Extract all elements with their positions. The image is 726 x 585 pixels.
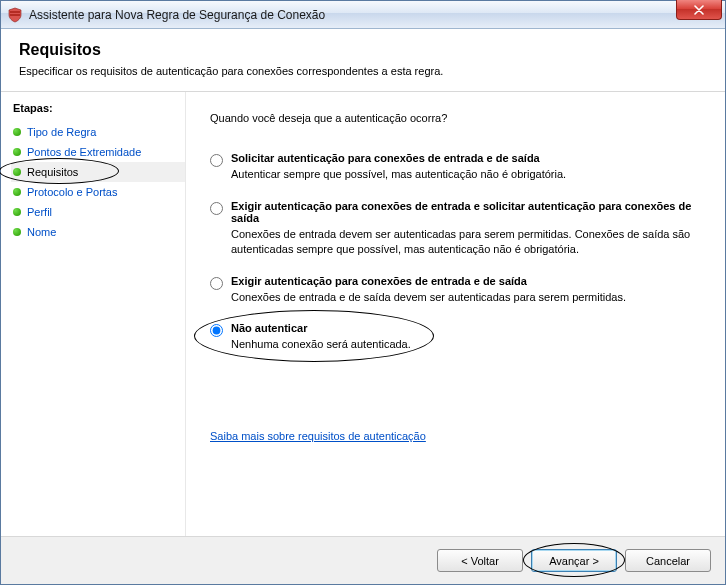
option-no-auth[interactable]: Não autenticar Nenhuma conexão será aute… [210,322,701,352]
option-desc: Conexões de entrada devem ser autenticad… [231,227,701,257]
step-bullet-icon [13,168,21,176]
page-subtitle: Especificar os requisitos de autenticaçã… [19,65,707,77]
step-perfil[interactable]: Perfil [11,202,185,222]
option-desc: Conexões de entrada e de saída devem ser… [231,290,701,305]
option-title: Solicitar autenticação para conexões de … [231,152,701,164]
option-body: Não autenticar Nenhuma conexão será aute… [231,322,701,352]
svg-rect-0 [10,11,20,13]
steps-label: Etapas: [13,102,185,114]
step-bullet-icon [13,148,21,156]
option-body: Exigir autenticação para conexões de ent… [231,275,701,305]
step-bullet-icon [13,188,21,196]
step-label: Tipo de Regra [27,126,96,138]
content-pane: Quando você deseja que a autenticação oc… [186,92,725,536]
step-label: Perfil [27,206,52,218]
wizard-body: Etapas: Tipo de Regra Pontos de Extremid… [1,92,725,536]
option-require-in-request-out[interactable]: Exigir autenticação para conexões de ent… [210,200,701,257]
question-text: Quando você deseja que a autenticação oc… [210,112,701,124]
close-button[interactable] [676,0,722,20]
page-heading: Requisitos [19,41,707,59]
option-require-both[interactable]: Exigir autenticação para conexões de ent… [210,275,701,305]
step-requisitos[interactable]: Requisitos [11,162,185,182]
option-body: Exigir autenticação para conexões de ent… [231,200,701,257]
step-label: Nome [27,226,56,238]
radio-require-in-request-out[interactable] [210,202,223,215]
titlebar: Assistente para Nova Regra de Segurança … [1,1,725,29]
wizard-header: Requisitos Especificar os requisitos de … [1,29,725,92]
option-title: Exigir autenticação para conexões de ent… [231,200,701,224]
radio-require-both[interactable] [210,277,223,290]
step-bullet-icon [13,128,21,136]
step-label: Pontos de Extremidade [27,146,141,158]
back-button[interactable]: < Voltar [437,549,523,572]
step-label: Requisitos [27,166,78,178]
step-bullet-icon [13,228,21,236]
option-request-auth[interactable]: Solicitar autenticação para conexões de … [210,152,701,182]
steps-sidebar: Etapas: Tipo de Regra Pontos de Extremid… [1,92,186,536]
next-button[interactable]: Avançar > [531,549,617,572]
option-desc: Nenhuma conexão será autenticada. [231,337,701,352]
svg-rect-1 [10,14,20,16]
step-label: Protocolo e Portas [27,186,118,198]
option-title: Exigir autenticação para conexões de ent… [231,275,701,287]
radio-request-auth[interactable] [210,154,223,167]
window-title: Assistente para Nova Regra de Segurança … [29,8,325,22]
step-pontos-de-extremidade[interactable]: Pontos de Extremidade [11,142,185,162]
cancel-button[interactable]: Cancelar [625,549,711,572]
option-desc: Autenticar sempre que possível, mas aute… [231,167,701,182]
firewall-icon [7,7,23,23]
radio-no-auth[interactable] [210,324,223,337]
option-title: Não autenticar [231,322,701,334]
option-body: Solicitar autenticação para conexões de … [231,152,701,182]
step-protocolo-e-portas[interactable]: Protocolo e Portas [11,182,185,202]
wizard-footer: < Voltar Avançar > Cancelar [1,536,725,584]
learn-more-link[interactable]: Saiba mais sobre requisitos de autentica… [210,430,426,442]
step-bullet-icon [13,208,21,216]
wizard-window: Assistente para Nova Regra de Segurança … [0,0,726,585]
step-tipo-de-regra[interactable]: Tipo de Regra [11,122,185,142]
step-nome[interactable]: Nome [11,222,185,242]
